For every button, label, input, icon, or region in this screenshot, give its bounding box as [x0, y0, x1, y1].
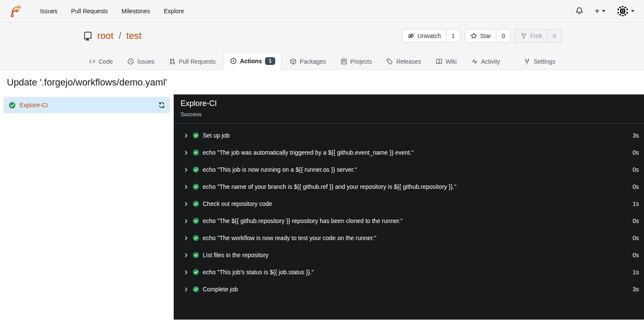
step-duration: 0s [626, 166, 639, 173]
wrench-icon [524, 58, 530, 65]
tab-projects-label: Projects [350, 58, 372, 65]
tab-releases[interactable]: Releases [380, 53, 427, 70]
code-icon [89, 58, 96, 65]
star-button[interactable]: Star [465, 29, 496, 42]
step-success-icon [192, 235, 199, 241]
plus-icon: + [594, 7, 600, 15]
fork-button[interactable]: Fork [515, 29, 547, 42]
workflow-step-row[interactable]: echo "This job's status is ${{ job.statu… [174, 264, 644, 281]
tab-actions[interactable]: Actions 1 [224, 53, 282, 70]
navbar-link[interactable]: Pull Requests [65, 4, 114, 18]
workflow-step-row[interactable]: echo "The ${{ github.repository }} repos… [174, 212, 644, 229]
workflow-step-row[interactable]: echo "This job is now running on a ${{ r… [174, 161, 644, 178]
caret-down-icon [602, 10, 606, 12]
chevron-right-icon [184, 133, 189, 138]
tab-settings[interactable]: Settings [517, 53, 562, 70]
tab-pull-requests[interactable]: Pull Requests [163, 53, 222, 70]
workflow-step-row[interactable]: echo "The name of your branch is ${{ git… [174, 178, 644, 195]
workflow-step-row[interactable]: List files in the repository 0s [174, 247, 644, 264]
tab-code[interactable]: Code [82, 53, 119, 70]
chevron-right-icon [184, 270, 189, 275]
chevron-right-icon [184, 287, 189, 292]
step-name: echo "The name of your branch is ${{ git… [203, 183, 456, 190]
steps-list: Set up job 3s echo "The job was automati… [174, 123, 644, 298]
job-list-item[interactable]: Explore-CI [3, 97, 170, 113]
navbar-links: Issues Pull Requests Milestones Explore [34, 4, 190, 18]
step-duration: 3s [626, 286, 639, 293]
repo-action-buttons: Unwatch 1 Star 0 [402, 29, 562, 43]
navbar-link[interactable]: Milestones [116, 4, 156, 18]
step-duration: 0s [626, 183, 639, 190]
star-button-group: Star 0 [465, 29, 510, 43]
step-name: List files in the repository [203, 252, 268, 258]
tab-pull-requests-label: Pull Requests [179, 58, 216, 65]
navbar-link[interactable]: Issues [34, 4, 63, 18]
fork-icon [520, 32, 527, 39]
project-board-icon [341, 58, 347, 65]
forgejo-logo-icon[interactable] [9, 5, 22, 18]
step-name: echo "The workflow is now ready to test … [203, 235, 376, 241]
step-duration: 0s [626, 149, 639, 156]
tab-packages[interactable]: Packages [283, 53, 332, 70]
tab-issues[interactable]: Issues [121, 53, 160, 70]
issue-circle-icon [127, 58, 134, 65]
chevron-right-icon [184, 201, 189, 207]
step-success-icon [192, 183, 199, 190]
star-icon [470, 32, 477, 39]
star-label: Star [480, 32, 491, 39]
step-name: echo "The job was automatically triggere… [203, 149, 414, 156]
watchers-count[interactable]: 1 [446, 29, 460, 42]
repo-header: root / test Unwatch 1 [0, 22, 644, 70]
book-open-icon [436, 58, 443, 65]
workflow-step-row[interactable]: echo "The workflow is now ready to test … [174, 229, 644, 247]
step-name: Check out repository code [203, 200, 272, 207]
step-success-icon [192, 149, 199, 156]
step-duration: 1s [626, 200, 639, 207]
tab-packages-label: Packages [300, 58, 326, 65]
navbar-right: + [575, 5, 635, 17]
navbar-link[interactable]: Explore [158, 4, 190, 18]
step-success-icon [192, 217, 199, 224]
unwatch-button-group: Unwatch 1 [402, 29, 460, 43]
stars-count[interactable]: 0 [496, 29, 510, 42]
tab-wiki-label: Wiki [446, 58, 457, 65]
tab-projects[interactable]: Projects [334, 53, 379, 70]
step-name: echo "This job is now running on a ${{ r… [203, 166, 357, 173]
fork-label: Fork [530, 32, 542, 39]
panel-job-name: Explore-CI [181, 99, 637, 108]
notifications-bell-icon[interactable] [575, 7, 583, 15]
job-success-icon [9, 102, 16, 109]
step-success-icon [192, 200, 199, 207]
job-log-panel: Explore-CI Success Set up job 3s echo "T… [174, 94, 644, 320]
actions-count-badge: 1 [265, 57, 276, 65]
rerun-job-icon[interactable] [158, 102, 165, 109]
chevron-right-icon [184, 235, 189, 241]
workflow-step-row[interactable]: Set up job 3s [174, 127, 644, 144]
forks-count[interactable]: 0 [547, 29, 561, 42]
step-name: Complete job [203, 286, 238, 293]
pull-request-icon [169, 58, 176, 65]
step-success-icon [192, 286, 199, 293]
step-name: Set up job [203, 132, 230, 139]
workflow-step-row[interactable]: Check out repository code 1s [174, 195, 644, 212]
repository-icon [82, 31, 93, 41]
repo-owner-link[interactable]: root [97, 30, 114, 41]
create-new-button[interactable]: + [594, 7, 606, 15]
tab-wiki[interactable]: Wiki [429, 53, 463, 70]
tag-icon [386, 58, 393, 65]
tab-activity-label: Activity [481, 58, 500, 65]
unwatch-button[interactable]: Unwatch [402, 29, 446, 42]
user-menu-button[interactable] [617, 5, 635, 17]
repo-tabs: Code Issues Pull Requests Actions [82, 53, 562, 70]
repo-name-link[interactable]: test [126, 30, 141, 41]
jobs-sidebar: Explore-CI [0, 94, 174, 320]
pulse-icon [471, 58, 478, 65]
workflow-step-row[interactable]: Complete job 3s [174, 281, 644, 298]
step-duration: 0s [626, 252, 639, 258]
tab-activity[interactable]: Activity [465, 53, 506, 70]
tab-code-label: Code [99, 58, 113, 65]
tab-issues-label: Issues [137, 58, 154, 65]
package-icon [290, 58, 297, 65]
workflow-step-row[interactable]: echo "The job was automatically triggere… [174, 144, 644, 161]
chevron-right-icon [184, 252, 189, 258]
